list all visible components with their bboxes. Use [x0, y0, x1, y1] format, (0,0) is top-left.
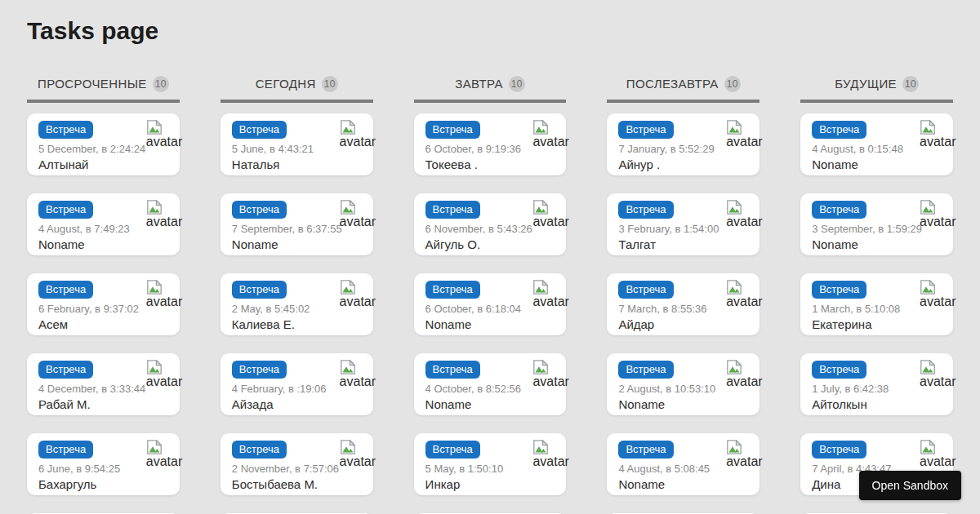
avatar-alt-text: avatar: [146, 135, 187, 148]
task-card[interactable]: Встреча 6 October, в 6:18:04 Noname avat…: [414, 273, 567, 335]
task-card[interactable]: Встреча 4 August, в 7:49:23 Noname avata…: [27, 193, 180, 255]
task-card[interactable]: Встреча 5 December, в 2:24:24 Алтынай av…: [27, 113, 180, 175]
task-card[interactable]: Встреча 2 November, в 7:57:06 Бостыбаева…: [220, 433, 373, 495]
avatar: avatar: [920, 200, 960, 228]
task-column: БУДУЩИЕ 10 Встреча 4 August, в 0:15:48 N…: [800, 76, 953, 514]
broken-image-icon: [340, 120, 356, 135]
column-cards: Встреча 5 December, в 2:24:24 Алтынай av…: [27, 113, 180, 514]
broken-image-icon: [920, 120, 936, 135]
avatar: avatar: [920, 440, 960, 468]
broken-image-icon: [146, 440, 163, 454]
task-column: ПОСЛЕЗАВТРА 10 Встреча 7 January, в 5:52…: [607, 76, 760, 514]
column-count-badge: 10: [509, 76, 525, 92]
avatar-alt-text: avatar: [340, 375, 381, 388]
task-name: Айдар: [618, 317, 748, 331]
task-card[interactable]: Встреча 7 January, в 5:52:29 Айнур . ava…: [607, 113, 760, 175]
task-type-badge: Встреча: [232, 361, 287, 379]
task-type-badge: Встреча: [425, 361, 480, 379]
task-name: Noname: [618, 397, 748, 411]
avatar: avatar: [146, 440, 187, 468]
task-card[interactable]: Встреча 4 February, в :19:06 Айзада avat…: [220, 353, 373, 415]
avatar-alt-text: avatar: [726, 215, 767, 228]
avatar: avatar: [532, 280, 573, 308]
column-header: ЗАВТРА 10: [414, 76, 567, 103]
column-title: ПРОСРОЧЕННЫЕ: [38, 78, 147, 91]
task-card[interactable]: Встреча 2 August, в 10:53:10 Noname avat…: [607, 353, 760, 415]
task-name: Талгат: [618, 237, 748, 251]
column-title: ЗАВТРА: [455, 78, 503, 91]
task-name: Noname: [812, 237, 942, 251]
task-card[interactable]: Встреча 6 October, в 9:19:36 Токеева . a…: [414, 113, 567, 175]
task-card[interactable]: Встреча 3 September, в 1:59:29 Noname av…: [800, 193, 953, 255]
avatar: avatar: [146, 200, 187, 228]
column-cards: Встреча 6 October, в 9:19:36 Токеева . a…: [414, 113, 567, 514]
task-card[interactable]: Встреча 1 July, в 6:42:38 Айтолкын avata…: [800, 353, 953, 415]
task-name: Noname: [425, 317, 555, 331]
task-card[interactable]: Встреча 5 May, в 1:50:10 Инкар avatar: [414, 433, 567, 495]
open-sandbox-button[interactable]: Open Sandbox: [859, 471, 961, 500]
task-card[interactable]: Встреча 6 February, в 9:37:02 Асем avata…: [27, 273, 180, 335]
task-card[interactable]: Встреча 7 September, в 6:37:55 Noname av…: [220, 193, 373, 255]
task-card[interactable]: Встреча 4 August, в 0:15:48 Noname avata…: [800, 113, 953, 175]
task-type-badge: Встреча: [618, 281, 673, 299]
task-name: Noname: [812, 157, 942, 171]
task-card[interactable]: Встреча 1 March, в 5:10:08 Екатерина ava…: [800, 273, 953, 335]
task-type-badge: Встреча: [812, 361, 866, 379]
task-type-badge: Встреча: [425, 121, 480, 139]
task-name: Айзада: [232, 397, 362, 411]
task-card[interactable]: Встреча 6 November, в 5:43:26 Айгуль О. …: [414, 193, 567, 255]
task-name: Екатерина: [812, 317, 942, 331]
task-type-badge: Встреча: [425, 441, 480, 459]
task-name: Айнур .: [618, 157, 748, 171]
task-card[interactable]: Встреча 5 June, в 4:43:21 Наталья avatar: [220, 113, 373, 175]
task-name: Инкар: [425, 477, 555, 491]
task-card[interactable]: Встреча 7 March, в 8:55:36 Айдар avatar: [607, 273, 760, 335]
task-name: Айтолкын: [812, 397, 942, 411]
task-card[interactable]: Встреча 3 February, в 1:54:00 Талгат ava…: [607, 193, 760, 255]
broken-image-icon: [726, 200, 742, 215]
avatar: avatar: [726, 120, 767, 148]
task-type-badge: Встреча: [618, 201, 673, 219]
avatar-alt-text: avatar: [146, 375, 187, 388]
task-type-badge: Встреча: [38, 361, 93, 379]
avatar-alt-text: avatar: [726, 455, 767, 468]
task-name: Noname: [425, 397, 555, 411]
task-name: Токеева .: [425, 157, 555, 171]
column-count-badge: 10: [902, 76, 919, 92]
column-cards: Встреча 5 June, в 4:43:21 Наталья avatar…: [220, 113, 373, 514]
task-type-badge: Встреча: [38, 281, 93, 299]
task-type-badge: Встреча: [812, 201, 866, 219]
broken-image-icon: [920, 200, 936, 215]
task-name: Асем: [38, 317, 168, 331]
task-name: Noname: [618, 477, 748, 491]
avatar: avatar: [726, 280, 767, 308]
avatar: avatar: [920, 280, 960, 308]
task-name: Айгуль О.: [425, 237, 555, 251]
avatar: avatar: [920, 360, 960, 388]
avatar-alt-text: avatar: [920, 215, 960, 228]
task-card[interactable]: Встреча 4 August, в 5:08:45 Noname avata…: [607, 433, 760, 495]
column-count-badge: 10: [153, 76, 169, 92]
avatar: avatar: [532, 200, 573, 228]
task-card[interactable]: Встреча 2 May, в 5:45:02 Калиева Е. avat…: [220, 273, 373, 335]
broken-image-icon: [146, 280, 163, 295]
task-type-badge: Встреча: [232, 441, 287, 459]
avatar-alt-text: avatar: [340, 295, 381, 308]
broken-image-icon: [340, 440, 356, 454]
task-card[interactable]: Встреча 4 October, в 8:52:56 Noname avat…: [414, 353, 567, 415]
task-name: Noname: [232, 237, 362, 251]
avatar-alt-text: avatar: [532, 135, 573, 148]
task-card[interactable]: Встреча 6 June, в 9:54:25 Бахаргуль avat…: [27, 433, 180, 495]
avatar-alt-text: avatar: [340, 135, 381, 148]
task-name: Алтынай: [38, 157, 168, 171]
avatar: avatar: [340, 200, 381, 228]
task-name: Бахаргуль: [38, 477, 168, 491]
broken-image-icon: [146, 360, 163, 374]
task-type-badge: Встреча: [812, 441, 866, 459]
task-type-badge: Встреча: [232, 281, 287, 299]
broken-image-icon: [340, 360, 356, 374]
task-card[interactable]: Встреча 4 December, в 3:33:44 Рабай М. a…: [27, 353, 180, 415]
column-header: СЕГОДНЯ 10: [220, 76, 373, 103]
broken-image-icon: [920, 440, 936, 454]
avatar: avatar: [532, 360, 573, 388]
